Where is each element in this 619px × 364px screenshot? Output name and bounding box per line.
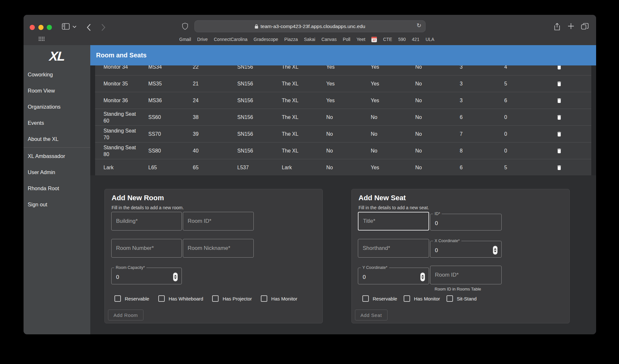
cell-flag2: Yes xyxy=(371,97,415,104)
chevron-down-icon[interactable] xyxy=(73,25,76,28)
cell-flag1: No xyxy=(326,147,371,154)
y-coordinate-field[interactable]: Y Coordinate* 0 xyxy=(358,266,429,284)
bookmark-ula[interactable]: ULA xyxy=(426,37,434,42)
delete-row-button[interactable] xyxy=(556,80,564,88)
new-tab-icon[interactable] xyxy=(567,23,575,30)
favorites-grid-icon[interactable] xyxy=(39,37,44,42)
delete-row-button[interactable] xyxy=(556,113,564,121)
checkbox-reservable[interactable]: Reservable xyxy=(362,295,397,302)
cell-y: 6 xyxy=(504,97,549,104)
x-coordinate-stepper[interactable] xyxy=(493,246,497,254)
checkbox-icon[interactable] xyxy=(158,295,165,302)
sidebar-item-sign-out[interactable]: Sign out xyxy=(24,196,90,212)
x-coordinate-value[interactable]: 0 xyxy=(435,247,438,254)
y-coordinate-stepper[interactable] xyxy=(420,272,425,281)
x-coordinate-field[interactable]: X Coordinate* 0 xyxy=(430,239,502,258)
url-bar[interactable]: team-a3-comp423-23f.apps.cloudapps.unc.e… xyxy=(194,20,426,32)
delete-row-button[interactable] xyxy=(556,147,564,155)
forward-button[interactable] xyxy=(101,24,105,31)
bookmark-canvas[interactable]: Canvas xyxy=(321,37,337,42)
y-coordinate-value[interactable]: 0 xyxy=(363,274,366,280)
room-capacity-value[interactable]: 0 xyxy=(116,274,119,280)
checkbox-reservable[interactable]: Reservable xyxy=(114,295,149,302)
bookmark-yeet[interactable]: Yeet xyxy=(357,37,366,42)
reload-icon[interactable]: ↻ xyxy=(417,22,421,29)
y-coordinate-label: Y Coordinate* xyxy=(361,266,389,270)
seats-table: Monitor 34 MS34 22 SN156 The XL Yes Yes … xyxy=(90,65,596,175)
delete-row-button[interactable] xyxy=(556,164,564,172)
calendar-icon[interactable]: 17 xyxy=(371,37,377,42)
checkbox-has-monitor[interactable]: Has Monitor xyxy=(261,295,297,302)
checkbox-icon[interactable] xyxy=(114,295,121,302)
bookmark-421[interactable]: 421 xyxy=(412,37,419,42)
room-id-field[interactable]: Room ID* xyxy=(183,212,254,231)
checkbox-sit-stand[interactable]: Sit-Stand xyxy=(447,295,477,302)
cell-flag3: No xyxy=(415,97,460,104)
delete-row-button[interactable] xyxy=(556,130,564,138)
cell-flag1: No xyxy=(326,114,371,121)
checkbox-icon[interactable] xyxy=(261,295,267,302)
sidebar-item-about-the-xl[interactable]: About the XL xyxy=(24,131,90,147)
bookmark-gradescope[interactable]: Gradescope xyxy=(254,37,278,42)
room-id-helper-text: Room ID in Rooms Table xyxy=(435,287,481,291)
sidebar-toggle-icon[interactable] xyxy=(62,23,70,30)
delete-row-button[interactable] xyxy=(556,97,564,104)
checkbox-has-projector[interactable]: Has Projector xyxy=(212,295,252,302)
bookmark-sakai[interactable]: Sakai xyxy=(304,37,315,42)
sidebar-item-organizations[interactable]: Organizations xyxy=(24,99,90,115)
bookmark-connectcarolina[interactable]: ConnectCarolina xyxy=(214,37,247,42)
cell-id: 38 xyxy=(193,114,237,121)
page-header: Room and Seats xyxy=(90,45,596,65)
cell-flag3: No xyxy=(415,164,460,171)
add-room-button[interactable]: Add Room xyxy=(108,310,143,320)
room-capacity-field[interactable]: Room Capacity* 0 xyxy=(111,266,182,284)
back-button[interactable] xyxy=(87,24,91,31)
cell-title: Monitor 35 xyxy=(95,80,148,87)
checkbox-icon[interactable] xyxy=(404,295,410,302)
cell-flag1: Yes xyxy=(326,80,371,87)
building-field[interactable]: Building* xyxy=(111,212,182,231)
checkbox-icon[interactable] xyxy=(447,295,453,302)
cell-title: Standing Seat 80 xyxy=(95,144,148,158)
zoom-window-button[interactable] xyxy=(47,25,52,30)
room-number-field[interactable]: Room Number* xyxy=(111,239,182,258)
seat-title-field[interactable]: Title* xyxy=(358,212,429,231)
tab-overview-icon[interactable] xyxy=(581,23,589,30)
seat-room-id-field[interactable]: Room ID* xyxy=(430,266,502,284)
minimize-window-button[interactable] xyxy=(38,25,44,30)
share-icon[interactable] xyxy=(554,23,560,31)
room-capacity-stepper[interactable] xyxy=(173,272,178,281)
bookmark-piazza[interactable]: Piazza xyxy=(284,37,298,42)
cell-shorthand: MS34 xyxy=(148,65,193,70)
room-nickname-field[interactable]: Room Nickname* xyxy=(183,239,254,258)
checkbox-icon[interactable] xyxy=(362,295,369,302)
sidebar-item-xl-ambassador[interactable]: XL Ambassador xyxy=(24,148,90,164)
checkbox-icon[interactable] xyxy=(212,295,219,302)
cell-shorthand: SS70 xyxy=(148,131,193,137)
bookmark-gmail[interactable]: Gmail xyxy=(179,37,191,42)
sidebar-item-room-view[interactable]: Room View xyxy=(24,83,90,99)
card-title: Add New Seat xyxy=(359,194,406,202)
cell-shorthand: MS35 xyxy=(148,80,193,87)
cell-x: 8 xyxy=(460,147,504,154)
bookmark-poll[interactable]: Poll xyxy=(343,37,350,42)
sidebar-item-user-admin[interactable]: User Admin xyxy=(24,164,90,180)
close-window-button[interactable] xyxy=(30,25,35,30)
bookmark-cte[interactable]: CTE xyxy=(383,37,392,42)
privacy-shield-icon[interactable] xyxy=(182,23,188,30)
add-seat-button[interactable]: Add Seat xyxy=(355,310,388,320)
seat-id-field[interactable]: ID* 0 xyxy=(430,212,502,231)
bookmark-590[interactable]: 590 xyxy=(398,37,406,42)
table-row: Monitor 35 MS35 21 SN156 The XL Yes Yes … xyxy=(95,75,591,92)
sidebar-item-rhonda-root[interactable]: Rhonda Root xyxy=(24,180,90,196)
delete-row-button[interactable] xyxy=(556,65,564,71)
seat-shorthand-field[interactable]: Shorthand* xyxy=(358,239,429,258)
cell-x: 6 xyxy=(460,164,504,171)
bookmark-drive[interactable]: Drive xyxy=(197,37,208,42)
seat-id-value[interactable]: 0 xyxy=(435,220,438,227)
sidebar-item-coworking[interactable]: Coworking xyxy=(24,66,90,83)
checkbox-has-monitor[interactable]: Has Monitor xyxy=(404,295,440,302)
checkbox-has-whiteboard[interactable]: Has Whiteboard xyxy=(158,295,203,302)
sidebar-item-events[interactable]: Events xyxy=(24,115,90,131)
trash-icon xyxy=(556,164,562,171)
